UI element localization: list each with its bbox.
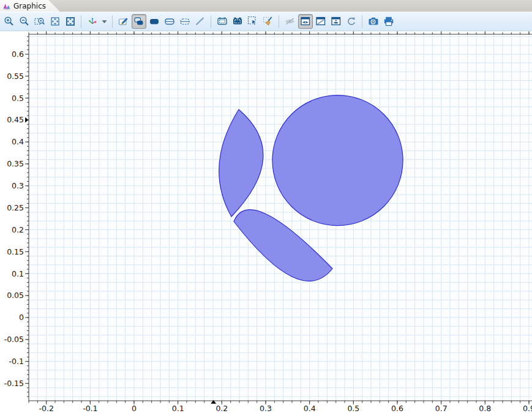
selection-style-outline-button[interactable]: [162, 14, 177, 29]
y-tick-label: 0.5: [12, 94, 24, 103]
selection-style-overlap-button[interactable]: [132, 14, 146, 29]
tab-bar: Graphics: [0, 0, 532, 12]
x-tick-label: 0.1: [172, 404, 184, 412]
selection-style-solid-button[interactable]: [147, 14, 162, 29]
y-tick-label: 0.6: [12, 50, 24, 59]
window-slash-icon: [315, 16, 326, 27]
zoom-box-icon: [34, 16, 45, 27]
tab-graphics-label: Graphics: [13, 2, 46, 10]
print-button[interactable]: [381, 14, 396, 29]
y-tick-label: 0.15: [7, 247, 24, 256]
x-tick-label: 0.6: [391, 404, 403, 412]
x-tick-label: 0.8: [479, 404, 491, 412]
view-hidden-button[interactable]: [313, 14, 328, 29]
toolbar-separator: [211, 15, 211, 28]
tab-graphics[interactable]: Graphics: [0, 0, 61, 12]
y-tick-label: 0.4: [12, 137, 24, 146]
zoom-out-icon: [19, 16, 30, 27]
x-tick-label: 0.3: [260, 404, 272, 412]
x-tick-label: 0.2: [215, 404, 228, 412]
x-tick-label: 0.4: [304, 404, 316, 412]
y-tick-label: 0.05: [7, 291, 24, 300]
zoom-out-button[interactable]: [17, 14, 32, 29]
filled-frame-icon: [232, 16, 243, 27]
zoom-selection-icon: [65, 16, 76, 27]
x-tick-label: 0.5: [347, 404, 359, 412]
box-select-button[interactable]: [245, 14, 260, 29]
y-tick-label: 0.45: [7, 115, 24, 124]
view-visible-button[interactable]: [298, 14, 313, 29]
y-tick-label: 0.1: [12, 269, 24, 278]
zoom-to-selection-button[interactable]: [63, 14, 78, 29]
y-tick-label: 0.55: [7, 72, 24, 81]
graphics-toolbar: [0, 12, 532, 31]
hline-rounded-rect-icon: [164, 16, 175, 27]
view-unhide-button[interactable]: [329, 14, 343, 29]
eye-slash-icon: [285, 16, 296, 27]
view-menu-button[interactable]: [100, 14, 109, 29]
x-tick-label: 0.7: [435, 404, 448, 412]
broom-icon: [263, 16, 274, 27]
plot-canvas[interactable]: -0.2-0.100.10.20.30.40.50.60.70.80.90.60…: [0, 31, 532, 412]
y-tick-label: 0.3: [12, 181, 24, 190]
y-tick-label: 0.25: [7, 203, 24, 212]
zoom-in-button[interactable]: [2, 14, 17, 29]
zoom-extents-icon: [50, 16, 61, 27]
zoom-box-button[interactable]: [32, 14, 47, 29]
toolbar-separator: [362, 15, 362, 28]
box-select-cursor-icon: [247, 16, 258, 27]
default-view-button[interactable]: [85, 14, 100, 29]
y-tick-label: -0.05: [4, 335, 24, 344]
clear-selection-button[interactable]: [261, 14, 275, 29]
toolbar-separator: [81, 15, 81, 28]
undo-arrow-icon: [346, 16, 357, 27]
plot-area: -0.2-0.100.10.20.30.40.50.60.70.80.90.60…: [0, 31, 532, 412]
x-tick-label: 0.9: [523, 404, 532, 412]
window-eye-icon: [300, 16, 311, 27]
x-tick-label: -0.2: [39, 404, 53, 412]
camera-icon: [368, 16, 379, 27]
toolbar-separator: [279, 15, 279, 28]
dashed-frame-icon: [217, 16, 228, 27]
sketch-edit-button[interactable]: [116, 14, 131, 29]
dashed-rounded-rect-icon: [179, 16, 190, 27]
overlap-rects-icon: [133, 16, 144, 27]
slash-icon: [195, 16, 206, 27]
zoom-in-icon: [4, 16, 15, 27]
zoom-extents-button[interactable]: [48, 14, 62, 29]
y-tick-label: 0.2: [12, 225, 24, 234]
y-pointer-marker: [25, 117, 28, 123]
reset-hiding-button[interactable]: [344, 14, 359, 29]
show-selection-frame-button[interactable]: [215, 14, 230, 29]
axes-triad-icon: [87, 16, 98, 27]
show-selection-filled-button[interactable]: [230, 14, 245, 29]
toolbar-separator: [112, 15, 113, 28]
caret-down-icon: [99, 16, 110, 27]
selection-style-dashed-button[interactable]: [178, 14, 192, 29]
filled-rounded-rect-icon: [149, 16, 160, 27]
y-tick-label: 0: [19, 313, 24, 322]
graphics-window: Graphics -0.2-0.100.10.20.30.40.50.60.70…: [0, 0, 532, 413]
printer-icon: [383, 16, 394, 27]
graphics-plot-icon: [2, 2, 11, 10]
image-snapshot-button[interactable]: [366, 14, 381, 29]
x-tick-label: -0.1: [83, 404, 97, 412]
y-tick-label: -0.1: [9, 357, 24, 366]
x-tick-label: 0: [132, 404, 137, 412]
hide-objects-button[interactable]: [283, 14, 298, 29]
geometry-circle[interactable]: [272, 95, 403, 226]
pencil-box-icon: [118, 16, 129, 27]
y-tick-label: 0.35: [7, 159, 24, 168]
y-tick-label: -0.15: [4, 379, 24, 388]
window-eye-arrow-icon: [331, 16, 342, 27]
selection-style-none-button[interactable]: [193, 14, 208, 29]
